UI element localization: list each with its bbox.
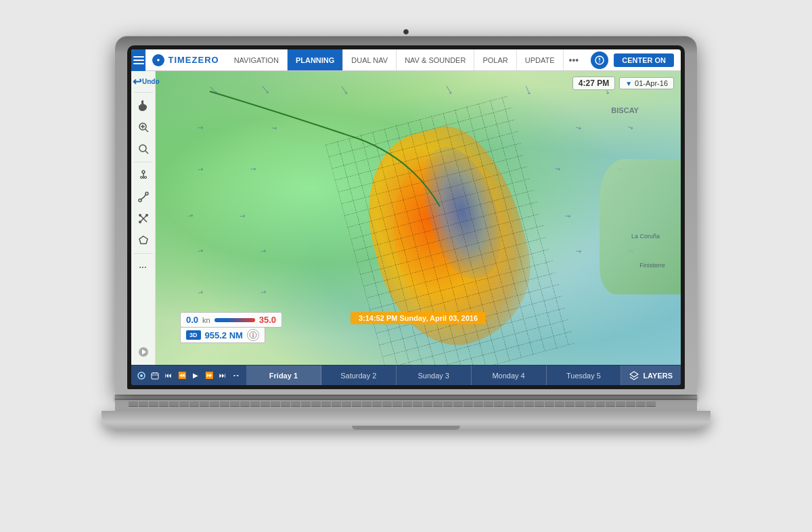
keyboard-key bbox=[149, 401, 158, 407]
play-btn[interactable]: ▶ bbox=[189, 370, 202, 382]
weather-icon-btn[interactable] bbox=[135, 370, 148, 382]
timeline-bar: ⏮ ⏪ ▶ ⏩ ⏭ •·• Friday 1 Saturday 2 Sunday… bbox=[131, 365, 681, 385]
keyboard-key bbox=[565, 401, 574, 407]
svg-point-12 bbox=[144, 177, 146, 179]
time-box: 4:27 PM bbox=[572, 76, 615, 90]
calendar-icon-btn[interactable] bbox=[149, 370, 161, 382]
current-speed: 0.0 bbox=[186, 315, 198, 325]
keyboard-key bbox=[372, 401, 382, 407]
biscay-label: BISCAY bbox=[611, 106, 639, 114]
sidebar-separator-3 bbox=[134, 253, 153, 254]
time-display: 4:27 PM ▼ 01-Apr-16 bbox=[572, 76, 674, 90]
timestamp-overlay: 3:14:52 PM Sunday, April 03, 2016 bbox=[351, 312, 486, 324]
zoom-tool-button[interactable] bbox=[133, 117, 154, 137]
timeline-day-1[interactable]: Saturday 2 bbox=[321, 365, 397, 385]
keyboard-key bbox=[230, 401, 240, 407]
tab-planning[interactable]: PLANNING bbox=[288, 49, 343, 70]
svg-point-17 bbox=[139, 214, 141, 217]
layers-label: LAYERS bbox=[643, 372, 673, 380]
svg-point-18 bbox=[145, 214, 148, 217]
keyboard-key bbox=[423, 401, 432, 407]
route-tool-button[interactable] bbox=[133, 187, 154, 207]
svg-line-8 bbox=[145, 151, 148, 154]
tab-dual-nav[interactable]: DUAL NAV bbox=[343, 49, 397, 70]
svg-marker-2 bbox=[599, 60, 601, 64]
measure-tool-button[interactable] bbox=[133, 165, 154, 185]
webcam bbox=[403, 29, 409, 35]
laptop-hinge bbox=[115, 395, 697, 400]
compass-mini-icon bbox=[249, 331, 257, 339]
skip-back-btn[interactable]: ⏮ bbox=[162, 370, 175, 382]
timeline-day-4[interactable]: Tuesday 5 bbox=[547, 365, 622, 385]
more-tabs-button[interactable]: ••• bbox=[564, 55, 585, 66]
skip-fwd-btn[interactable]: ⏭ bbox=[217, 370, 229, 382]
speed-bar: 0.0 kn 35.0 bbox=[180, 312, 282, 328]
distance-value: 955.2 NM bbox=[205, 330, 243, 340]
search-tool-button[interactable] bbox=[133, 139, 154, 159]
3d-toggle[interactable]: 3D bbox=[186, 330, 201, 340]
menu-right: CENTER ON bbox=[584, 51, 681, 69]
date-value: 01-Apr-16 bbox=[635, 79, 668, 87]
compass-button[interactable] bbox=[591, 51, 608, 69]
center-on-button[interactable]: CENTER ON bbox=[614, 53, 674, 67]
keyboard-key bbox=[342, 401, 351, 407]
more-tools-button[interactable]: ••• bbox=[133, 257, 154, 277]
tab-update[interactable]: UPDATE bbox=[517, 49, 564, 70]
keyboard-key bbox=[524, 401, 534, 407]
laptop-outer: ● TIMEZERO NAVIGATION PLANNING DUAL NAV … bbox=[102, 36, 710, 496]
date-box: ▼ 01-Apr-16 bbox=[619, 77, 674, 89]
keyboard-keys bbox=[115, 400, 697, 408]
keyboard-key bbox=[281, 401, 290, 407]
svg-marker-24 bbox=[252, 332, 254, 335]
keyboard-key bbox=[240, 401, 250, 407]
forward-button[interactable] bbox=[133, 342, 154, 362]
map-area[interactable]: ⟶ ⟶ ⟶ ⟶ ⟶ ⟶ ↗ ↗ ↗ ↗ ↗ bbox=[156, 71, 681, 365]
pan-tool-button[interactable] bbox=[133, 95, 154, 116]
keyboard-key bbox=[453, 401, 463, 407]
keyboard-key bbox=[271, 401, 280, 407]
hamburger-icon bbox=[133, 56, 144, 64]
keyboard-key bbox=[169, 401, 179, 407]
forward-icon bbox=[138, 347, 149, 357]
timeline-day-3[interactable]: Monday 4 bbox=[472, 365, 547, 385]
keyboard-key bbox=[413, 401, 422, 407]
dots-btn[interactable]: •·• bbox=[230, 370, 242, 382]
svg-line-4 bbox=[145, 129, 148, 132]
keyboard-key bbox=[291, 401, 300, 407]
keyboard-key bbox=[626, 401, 635, 407]
timeline-day-0[interactable]: Friday 1 bbox=[246, 365, 321, 385]
keyboard-key bbox=[392, 401, 402, 407]
layers-button[interactable]: LAYERS bbox=[621, 365, 681, 385]
tab-navigation[interactable]: NAVIGATION bbox=[226, 49, 288, 70]
tab-polar[interactable]: POLAR bbox=[474, 49, 516, 70]
timeline-days: Friday 1 Saturday 2 Sunday 3 Monday 4 Tu… bbox=[246, 365, 621, 385]
step-fwd-btn[interactable]: ⏩ bbox=[203, 370, 215, 382]
screen: ● TIMEZERO NAVIGATION PLANNING DUAL NAV … bbox=[131, 49, 681, 385]
polygon-tool-button[interactable] bbox=[133, 230, 154, 250]
max-speed: 35.0 bbox=[259, 315, 276, 325]
svg-line-33 bbox=[630, 377, 634, 380]
hand-icon bbox=[138, 100, 149, 111]
brand-name: TIMEZERO bbox=[168, 55, 219, 65]
date-arrow-icon: ▼ bbox=[625, 80, 632, 87]
keyboard-key bbox=[616, 401, 625, 407]
undo-icon: ↩ bbox=[133, 75, 141, 88]
keyboard-key bbox=[433, 401, 443, 407]
keyboard-key bbox=[494, 401, 503, 407]
search-icon bbox=[138, 143, 149, 154]
timeline-day-2[interactable]: Sunday 3 bbox=[397, 365, 472, 385]
hamburger-menu[interactable] bbox=[131, 49, 145, 71]
compass-mini bbox=[247, 329, 259, 341]
route-icon bbox=[138, 192, 149, 202]
keyboard-key bbox=[179, 401, 189, 407]
waypoint-tool-button[interactable] bbox=[133, 208, 154, 229]
sidebar-separator-1 bbox=[134, 92, 153, 93]
tab-nav-sounder[interactable]: NAV & SOUNDER bbox=[397, 49, 474, 70]
svg-marker-1 bbox=[599, 57, 601, 60]
laptop-lid: ● TIMEZERO NAVIGATION PLANNING DUAL NAV … bbox=[115, 36, 697, 395]
undo-button[interactable]: ↩ Undo bbox=[131, 74, 155, 89]
keyboard-key bbox=[514, 401, 524, 407]
keyboard-key bbox=[200, 401, 209, 407]
step-back-btn[interactable]: ⏪ bbox=[176, 370, 188, 382]
keyboard-key bbox=[403, 401, 412, 407]
